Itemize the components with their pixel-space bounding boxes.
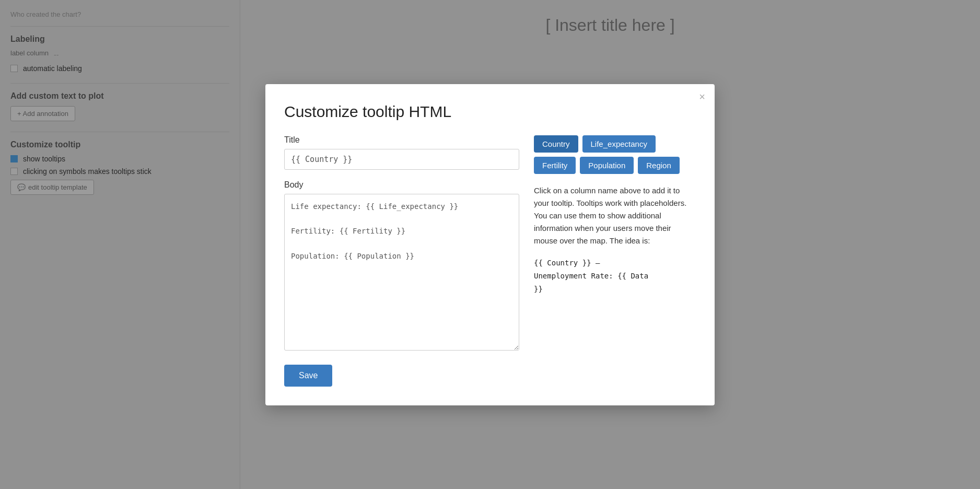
col-btn-life-expectancy[interactable]: Life_expectancy	[582, 135, 656, 153]
title-input[interactable]	[284, 149, 519, 170]
help-code-block: {{ Country }} – Unemployment Rate: {{ Da…	[534, 257, 696, 296]
col-btn-region[interactable]: Region	[638, 157, 680, 174]
title-field-label: Title	[284, 135, 519, 145]
modal-title: Customize tooltip HTML	[284, 103, 696, 121]
modal-overlay: × Customize tooltip HTML Title Body Life…	[0, 0, 980, 489]
column-buttons-group: Country Life_expectancy Fertility Popula…	[534, 135, 696, 174]
save-button[interactable]: Save	[284, 365, 332, 387]
modal-close-button[interactable]: ×	[699, 91, 705, 102]
body-textarea[interactable]: Life expectancy: {{ Life_expectancy }} F…	[284, 194, 519, 351]
modal-help-panel: Country Life_expectancy Fertility Popula…	[534, 135, 696, 387]
modal-form: Title Body Life expectancy: {{ Life_expe…	[284, 135, 519, 387]
col-btn-population[interactable]: Population	[580, 157, 634, 174]
modal-body: Title Body Life expectancy: {{ Life_expe…	[284, 135, 696, 387]
customize-tooltip-modal: × Customize tooltip HTML Title Body Life…	[265, 84, 715, 405]
body-field-label: Body	[284, 180, 519, 190]
help-text: Click on a column name above to add it t…	[534, 184, 696, 247]
help-code-line3: }}	[534, 283, 696, 296]
col-btn-fertility[interactable]: Fertility	[534, 157, 576, 174]
help-code-line2: Unemployment Rate: {{ Data	[534, 270, 696, 283]
col-btn-country[interactable]: Country	[534, 135, 578, 153]
help-code-line1: {{ Country }} –	[534, 257, 696, 270]
